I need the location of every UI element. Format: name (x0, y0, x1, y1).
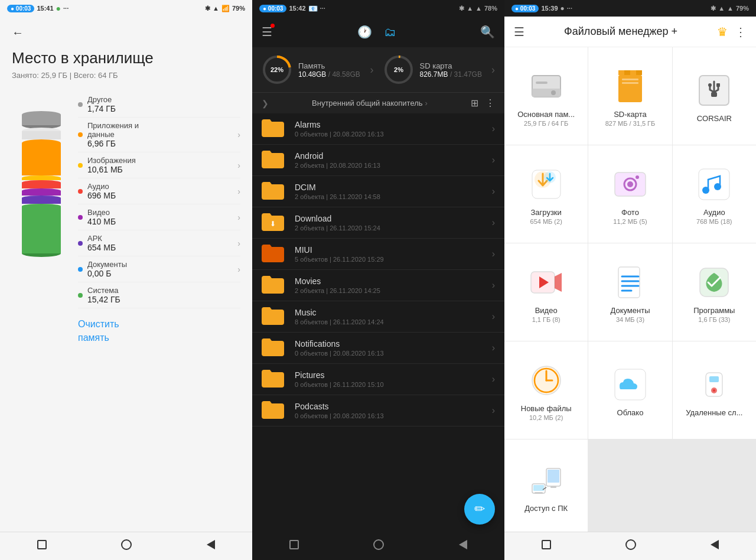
grid-item-corsair[interactable]: CORSAIR (673, 47, 756, 145)
hamburger-icon[interactable]: ☰ (262, 25, 272, 39)
back-button[interactable]: ← (12, 26, 240, 40)
panel2-bottom (252, 532, 504, 560)
fab-button[interactable]: ✏ (464, 494, 495, 525)
grid-item-downloads[interactable]: Загрузки 654 МБ (2) (504, 145, 588, 243)
chevron-apk: › (237, 239, 240, 248)
dot-other (78, 102, 83, 107)
grid-view-icon[interactable]: ⊞ (471, 97, 478, 109)
file-item[interactable]: ⬇ Download 2 объекта | 26.11.2020 15:24 … (252, 207, 504, 239)
dot-docs (78, 267, 83, 272)
more-2: ··· (320, 5, 325, 12)
storage-item-apps[interactable]: Приложения иданные 6,96 ГБ › (78, 118, 240, 152)
storage-item-images[interactable]: Изображения 10,61 МБ › (78, 152, 240, 178)
file-item[interactable]: MIUI 5 объектов | 26.11.2020 15:29 › (252, 239, 504, 270)
file-meta: 8 объектов | 26.11.2020 14:24 (295, 318, 492, 325)
grid-sublabel-recent: 10,2 МБ (2) (529, 414, 563, 421)
chevron-video: › (237, 213, 240, 222)
grid-item-pc-access[interactable]: Доступ с ПК (504, 439, 588, 532)
nav-square-btn-1[interactable] (37, 540, 47, 552)
bluetooth-icon-2: ✱ (459, 5, 464, 12)
grid-item-photos[interactable]: Фото 11,2 МБ (5) (588, 145, 672, 243)
file-item[interactable]: Alarms 0 объектов | 20.08.2020 16:13 › (252, 113, 504, 145)
storage-divider-chevron: › (370, 64, 374, 76)
svg-point-28 (636, 175, 639, 179)
svg-rect-10 (536, 82, 548, 84)
timer-badge-1: ● 00:03 (7, 5, 34, 12)
grid-label-photos: Фото (621, 208, 639, 217)
sd-chevron[interactable]: › (491, 64, 495, 76)
file-info: Movies 2 объекта | 26.11.2020 14:25 (295, 276, 492, 294)
folder-icon (262, 401, 286, 420)
grid-icon-corsair (695, 71, 733, 109)
grid-item-audio[interactable]: Аудио 768 МБ (18) (673, 145, 756, 243)
storage-item-docs[interactable]: Документы 0,00 Б › (78, 256, 240, 282)
sd-circle: 2% (383, 54, 414, 85)
file-item[interactable]: Notifications 0 объектов | 20.08.2020 16… (252, 333, 504, 364)
nav-square-btn-3[interactable] (542, 540, 551, 552)
path-expand[interactable]: ❯ (262, 99, 269, 108)
svg-rect-53 (548, 470, 559, 483)
svg-rect-17 (622, 82, 638, 84)
chevron-apps: › (237, 130, 240, 139)
nav-home-btn-1[interactable] (121, 539, 132, 553)
svg-point-31 (714, 183, 721, 190)
file-item[interactable]: Music 8 объектов | 26.11.2020 14:24 › (252, 301, 504, 333)
file-info: Android 2 объекта | 20.08.2020 16:13 (295, 151, 492, 169)
dot-video (78, 215, 83, 220)
history-icon[interactable]: 🕐 (357, 25, 372, 39)
nav-home-btn-3[interactable] (625, 539, 636, 553)
nav-bar-1 (0, 532, 252, 560)
grid-icon-main-mem (527, 67, 565, 105)
status-dot-1: ● (56, 4, 61, 13)
file-item[interactable]: Android 2 объекта | 20.08.2020 16:13 › (252, 145, 504, 176)
clean-memory-button[interactable]: Очиститьпамять (78, 318, 240, 344)
file-info: Podcasts 0 объектов | 20.08.2020 16:13 (295, 402, 492, 419)
grid-item-apps[interactable]: Программы 1,6 ГБ (33) (673, 243, 756, 341)
grid-item-recent[interactable]: Новые файлы 10,2 МБ (2) (504, 341, 588, 439)
dot-audio (78, 189, 83, 194)
grid-icon-audio (695, 165, 733, 203)
grid-sublabel-audio: 768 МБ (18) (696, 218, 732, 225)
panel-file-manager-plus: ● 00:03 15:39 ● ··· ✱ ▲ ▲ 79% ☰ Файловый… (504, 0, 756, 560)
folder-icon (262, 245, 286, 263)
nav-back-btn-2[interactable] (459, 540, 467, 552)
hamburger-btn-3[interactable]: ☰ (514, 25, 524, 39)
file-chevron: › (492, 280, 495, 291)
folder-icon-btn[interactable]: 🗂 (384, 25, 396, 39)
nav-back-btn-3[interactable] (711, 540, 719, 552)
file-item[interactable]: Podcasts 0 объектов | 20.08.2020 16:13 › (252, 395, 504, 426)
grid-item-video[interactable]: Видео 1,1 ГБ (8) (504, 243, 588, 341)
battery-2: 78% (484, 5, 497, 12)
status-icon-3: ● (561, 4, 565, 12)
svg-point-48 (713, 389, 715, 392)
more-menu-icon[interactable]: ⋮ (735, 25, 747, 39)
file-meta: 2 объекта | 26.11.2020 14:25 (295, 287, 492, 294)
cylinder (21, 92, 62, 257)
category-grid: Основная пам... 25,9 ГБ / 64 ГБ SD-карта… (504, 47, 756, 532)
grid-item-docs[interactable]: Документы 34 МБ (3) (588, 243, 672, 341)
dot-images (78, 163, 83, 168)
storage-item-other[interactable]: Другое 1,74 ГБ (78, 92, 240, 118)
file-item[interactable]: Movies 2 объекта | 26.11.2020 14:25 › (252, 270, 504, 301)
grid-item-sd-card[interactable]: SD-карта 827 МБ / 31,5 ГБ (588, 47, 672, 145)
nav-home-btn-2[interactable] (373, 539, 384, 553)
file-name: Movies (295, 276, 492, 286)
grid-icon-downloads (527, 165, 565, 203)
file-meta: 0 объектов | 20.08.2020 16:13 (295, 350, 492, 357)
grid-item-main-mem[interactable]: Основная пам... 25,9 ГБ / 64 ГБ (504, 47, 588, 145)
grid-item-cloud[interactable]: Облако (588, 341, 672, 439)
grid-item-remote[interactable]: Удаленные сл... (673, 341, 756, 439)
file-item[interactable]: Pictures 0 объектов | 26.11.2020 15:10 › (252, 364, 504, 395)
crown-icon: ♛ (717, 25, 728, 39)
status-left-1: ● 00:03 15:41 ● ··· (7, 4, 69, 13)
nav-back-btn-1[interactable] (207, 540, 215, 552)
storage-item-audio[interactable]: Аудио 696 МБ › (78, 178, 240, 204)
grid-sublabel-apps: 1,6 ГБ (33) (698, 316, 730, 323)
storage-item-video[interactable]: Видео 410 МБ › (78, 204, 240, 230)
nav-square-btn-2[interactable] (289, 540, 299, 552)
search-icon[interactable]: 🔍 (480, 25, 495, 39)
file-item[interactable]: DCIM 2 объекта | 26.11.2020 14:58 › (252, 176, 504, 207)
file-chevron: › (492, 217, 495, 228)
more-options-icon[interactable]: ⋮ (485, 97, 495, 109)
storage-item-apk[interactable]: АРК 654 МБ › (78, 230, 240, 256)
